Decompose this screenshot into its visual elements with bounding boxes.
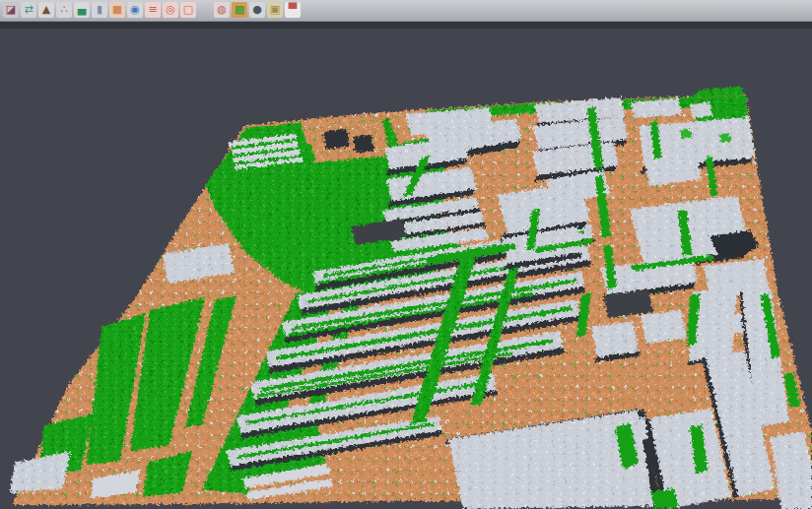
terrain-icon[interactable]: ▲ <box>38 2 54 18</box>
point-cloud-icon[interactable]: ∴ <box>56 2 72 18</box>
viewport-top-separator <box>0 22 812 29</box>
profile-icon[interactable]: ▮ <box>92 2 107 18</box>
region-select-icon[interactable]: ▢ <box>180 2 196 18</box>
move-view-icon[interactable]: ⇄ <box>21 2 36 18</box>
classification-icon[interactable]: ▩ <box>232 2 247 18</box>
sphere-grid-icon[interactable]: ◍ <box>214 2 230 18</box>
main-toolbar: ◪⇄▲∴▄▮■◉≡◎▢◍▩●▣▀ <box>0 0 812 22</box>
target-icon[interactable]: ◎ <box>163 2 178 18</box>
attribute-table-icon[interactable]: ≡ <box>145 2 161 18</box>
globe-icon[interactable]: ◉ <box>127 2 143 18</box>
3d-viewport <box>0 29 812 509</box>
point-cloud-canvas[interactable] <box>0 29 812 509</box>
model-sphere-icon[interactable]: ● <box>249 2 265 18</box>
marker-icon[interactable]: ▀ <box>285 2 301 18</box>
orthophoto-icon[interactable]: ■ <box>109 2 125 18</box>
texture-box-icon[interactable]: ▣ <box>267 2 283 18</box>
toolbar-icon-strip: ◪⇄▲∴▄▮■◉≡◎▢◍▩●▣▀ <box>0 0 301 18</box>
open-scene-icon[interactable]: ◪ <box>3 2 19 18</box>
dem-icon[interactable]: ▄ <box>74 2 90 18</box>
application-window: { "toolbar": { "icons": [ {"name":"open-… <box>0 0 812 509</box>
